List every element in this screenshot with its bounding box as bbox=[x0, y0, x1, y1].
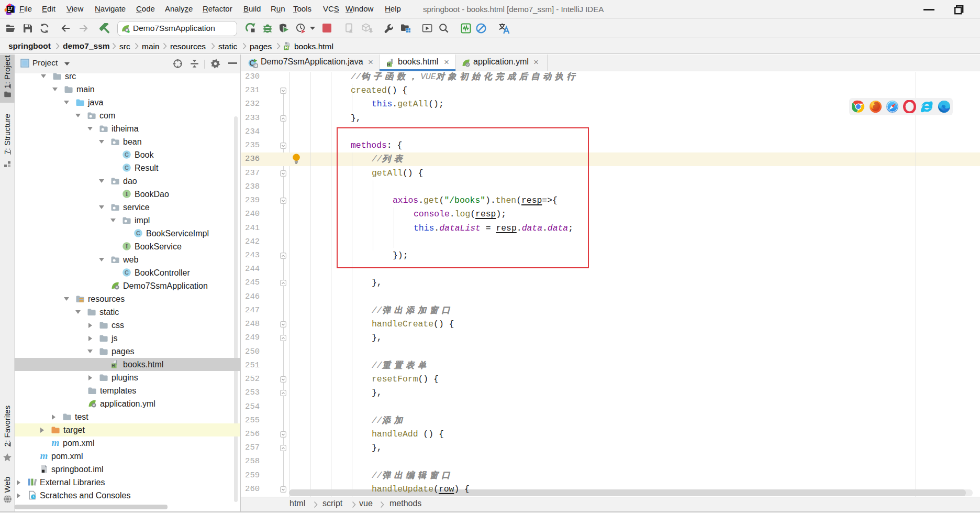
svg-text:H: H bbox=[285, 45, 288, 50]
